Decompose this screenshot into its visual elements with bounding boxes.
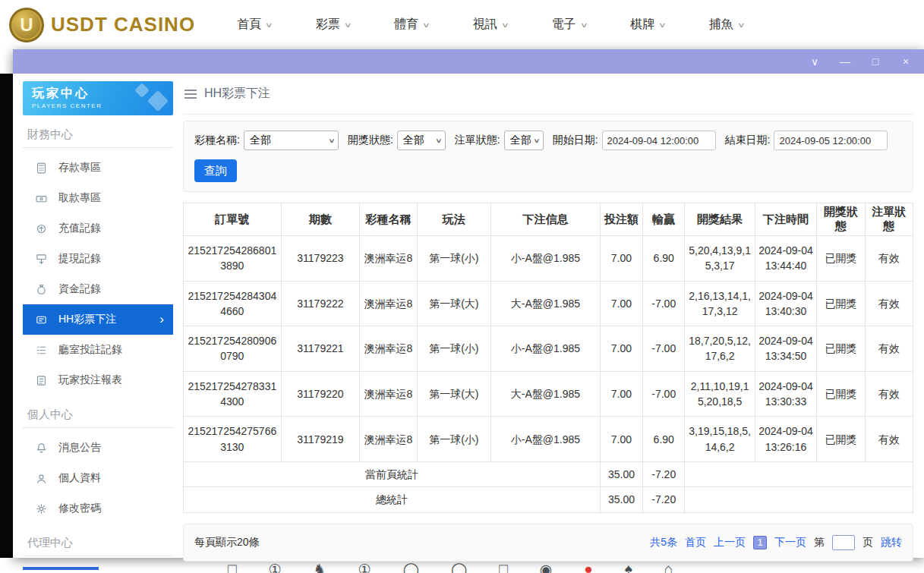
table-cell: 小-A盤@1.985	[491, 417, 601, 462]
grand-total-summary-row: 總統計 35.00 -7.20	[184, 487, 913, 512]
table-cell: 2152172542783314300	[184, 371, 282, 417]
nav-item-boardgames[interactable]: 棋牌 ∨	[630, 17, 665, 33]
nav-item-fishing[interactable]: 捕魚 ∨	[709, 17, 744, 33]
table-cell: 澳洲幸运8	[360, 417, 417, 462]
sidebar-item-label: 提現記錄	[58, 252, 101, 266]
table-row: 2152172542809060790 31179221 澳洲幸运8 第一球(小…	[184, 326, 913, 372]
nav-item-label: 首頁	[237, 17, 261, 33]
window-minimize-icon[interactable]: —	[839, 55, 851, 68]
sidebar-item-deposit[interactable]: 存款專區	[23, 153, 173, 183]
nav-item-video[interactable]: 視訊 ∨	[473, 17, 508, 33]
sidebar-item-recharge-records[interactable]: 充值記錄	[23, 213, 173, 244]
end-date-input[interactable]	[774, 131, 888, 150]
nav-item-home[interactable]: 首頁 ∨	[237, 17, 272, 33]
selected-value: 全部	[403, 134, 424, 147]
table-cell: 第一球(小)	[417, 326, 491, 372]
table-cell: 2024-09-04 13:40:30	[755, 281, 816, 326]
window-close-icon[interactable]: ×	[900, 55, 912, 68]
order-status-select[interactable]: 全部 ∨	[504, 131, 544, 150]
sidebar-item-label: HH彩票下注	[58, 313, 116, 326]
current-page-badge[interactable]: 1	[753, 536, 767, 549]
summary-winloss-total: -7.20	[643, 487, 685, 512]
table-cell: 有效	[865, 281, 913, 326]
table-cell: 澳洲幸运8	[360, 371, 417, 417]
sidebar-item-withdraw[interactable]: 取款專區	[23, 183, 173, 213]
table-cell: 2152172542868013890	[184, 236, 282, 282]
top-navigation: U USDT CASINO 首頁 ∨ 彩票 ∨ 體育 ∨ 視訊 ∨ 電子 ∨	[0, 0, 924, 49]
logo-emblem-icon: U	[9, 8, 44, 43]
hamburger-menu-icon[interactable]	[184, 90, 197, 99]
nav-item-label: 電子	[552, 17, 576, 33]
nav-item-sports[interactable]: 體育 ∨	[394, 17, 429, 33]
table-cell: 2024-09-04 13:34:50	[755, 326, 816, 372]
chevron-down-icon: ∨	[344, 21, 352, 29]
nav-item-label: 捕魚	[709, 17, 733, 33]
logo[interactable]: U USDT CASINO	[9, 8, 195, 43]
sidebar-item-room-bet-records[interactable]: 廳室投註記錄	[23, 335, 173, 365]
chevron-down-icon: ∨	[422, 21, 430, 29]
table-header-cell: 訂單號	[184, 203, 282, 236]
partial-target-icon: ◉	[540, 561, 553, 573]
table-cell: 已開獎	[817, 371, 865, 417]
window-maximize-icon[interactable]: □	[869, 55, 881, 68]
sidebar-item-label: 廳室投註記錄	[58, 343, 122, 357]
sidebar-item-fund-records[interactable]: 資金記錄	[23, 274, 173, 304]
sidebar-item-cashout-records[interactable]: 提現記錄	[23, 244, 173, 274]
partial-home-icon: ⌂	[664, 561, 673, 573]
table-cell: 2,16,13,14,1,17,3,12	[685, 281, 755, 326]
table-cell: 6.90	[643, 236, 685, 282]
window-collapse-icon[interactable]: ∨	[809, 55, 821, 68]
pagination-bar: 每頁顯示20條 共5条 首页 上一页 1 下一页 第 页 跳转	[183, 524, 913, 562]
table-header-row: 訂單號 期數 彩種名稱 玩法 下注信息 投注額 輸贏 開獎結果 下注時間 開獎狀…	[184, 203, 913, 236]
sidebar-item-label: 個人資料	[58, 471, 101, 485]
table-cell: -7.00	[643, 281, 685, 326]
nav-item-lottery[interactable]: 彩票 ∨	[316, 17, 351, 33]
end-date-label: 結束日期:	[725, 134, 771, 147]
table-cell: 有效	[865, 417, 913, 462]
sidebar-item-hh-lottery-bets[interactable]: HH彩票下注 ›	[23, 304, 173, 335]
table-cell: 2152172542757663130	[184, 417, 282, 462]
nav-item-electronic[interactable]: 電子 ∨	[552, 17, 587, 33]
draw-status-select[interactable]: 全部 ∨	[397, 131, 446, 150]
sidebar-item-player-bet-report[interactable]: 玩家投注報表	[23, 365, 173, 395]
jump-link[interactable]: 跳转	[881, 536, 902, 549]
bell-icon	[35, 442, 48, 455]
sidebar-item-label: 取款專區	[58, 191, 101, 205]
prev-page-link[interactable]: 上一页	[714, 536, 746, 549]
sidebar-item-announcements[interactable]: 消息公告	[23, 433, 173, 463]
table-header-cell: 彩種名稱	[360, 203, 417, 236]
table-cell: 7.00	[600, 281, 642, 326]
table-cell: 澳洲幸运8	[360, 326, 417, 372]
sidebar-item-change-password[interactable]: 修改密碼	[23, 493, 173, 524]
table-header-cell: 開獎結果	[685, 203, 755, 236]
calculator-icon	[35, 162, 48, 175]
selected-value: 全部	[510, 134, 531, 147]
partial-one-badge-icon: ①	[268, 561, 281, 573]
sidebar-item-label: 充值記錄	[58, 222, 101, 235]
table-row: 2152172542783314300 31179220 澳洲幸运8 第一球(大…	[184, 371, 913, 417]
filter-row: 彩種名稱: 全部 ∨ 開獎狀態: 全部 ∨	[194, 131, 902, 150]
page-jump-input[interactable]	[832, 535, 855, 550]
money-bag-icon	[35, 283, 48, 296]
summary-label: 當前頁統計	[184, 461, 601, 486]
window-body: 玩家中心 PLAYERS CENTER 財務中心 存款專區 取款	[13, 74, 924, 558]
table-cell: 澳洲幸运8	[360, 236, 417, 282]
table-cell: 大-A盤@1.985	[491, 281, 601, 326]
partial-spade-icon: ♠	[625, 561, 632, 573]
sidebar-item-label: 存款專區	[58, 161, 101, 175]
first-page-link[interactable]: 首页	[685, 536, 706, 549]
gear-icon	[35, 502, 48, 515]
coin-icon	[35, 222, 48, 235]
lottery-name-select[interactable]: 全部 ∨	[244, 131, 339, 150]
search-button[interactable]: 查詢	[194, 159, 237, 182]
window-titlebar[interactable]: ∨ — □ ×	[13, 49, 924, 74]
chevron-down-icon: ∨	[265, 21, 273, 29]
start-date-input[interactable]	[602, 131, 716, 150]
table-cell: 6.90	[643, 417, 685, 462]
table-row: 2152172542868013890 31179223 澳洲幸运8 第一球(小…	[184, 236, 913, 282]
section-label-personal: 個人中心	[23, 395, 173, 428]
next-page-link[interactable]: 下一页	[774, 536, 806, 549]
sidebar-item-profile[interactable]: 個人資料	[23, 463, 173, 493]
page-title: HH彩票下注	[204, 86, 270, 102]
table-cell: 2152172542809060790	[184, 326, 282, 372]
